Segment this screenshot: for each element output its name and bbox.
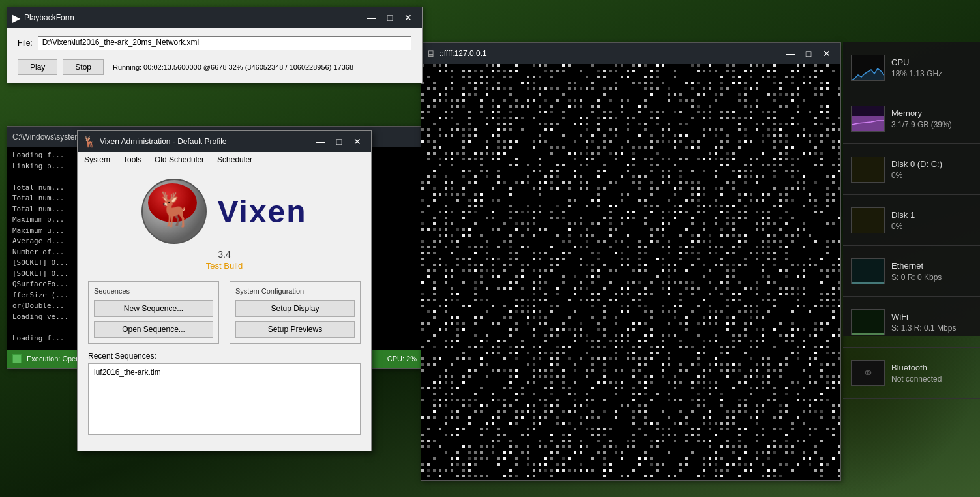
ffff-led-body bbox=[421, 64, 840, 480]
vixen-close-button[interactable]: ✕ bbox=[349, 134, 366, 149]
ffff-window: 🖥 ::ffff:127.0.0.1 — □ ✕ bbox=[421, 42, 841, 481]
cpu-chart bbox=[851, 55, 885, 81]
logo-deer-icon: 🦌 bbox=[155, 193, 195, 226]
ffff-close-button[interactable]: ✕ bbox=[818, 46, 835, 61]
wifi-chart-svg bbox=[852, 310, 885, 335]
status-indicator-icon bbox=[12, 354, 22, 363]
svg-rect-7 bbox=[852, 282, 885, 284]
bluetooth-icon: ⚭ bbox=[863, 365, 874, 381]
ffff-window-controls: — □ ✕ bbox=[782, 46, 835, 61]
cpu-perf-info: CPU 18% 1.13 GHz bbox=[891, 57, 972, 78]
playback-titlebar[interactable]: ▶ PlaybackForm — □ ✕ bbox=[7, 7, 422, 28]
recent-sequences-list: luf2016_the-ark.tim bbox=[88, 363, 361, 435]
bluetooth-perf-info: Bluetooth Not connected bbox=[891, 363, 972, 384]
memory-value: 3.1/7.9 GB (39%) bbox=[891, 120, 972, 129]
stop-button[interactable]: Stop bbox=[63, 59, 104, 75]
ethernet-value: S: 0 R: 0 Kbps bbox=[891, 273, 972, 282]
menu-old-scheduler[interactable]: Old Scheduler bbox=[148, 153, 211, 166]
vixen-body: 🦌 Vixen 3.4 Test Build Sequences New Seq… bbox=[78, 168, 371, 451]
ethernet-chart-svg bbox=[852, 259, 885, 284]
console-cpu-label: CPU: 2% bbox=[387, 355, 417, 363]
ffff-title-icon: 🖥 bbox=[426, 48, 436, 59]
playback-maximize-button[interactable]: □ bbox=[381, 10, 398, 25]
wifi-value: S: 1.3 R: 0.1 Mbps bbox=[891, 324, 972, 333]
svg-rect-9 bbox=[852, 333, 885, 335]
svg-rect-2 bbox=[852, 157, 885, 183]
vixen-minimize-button[interactable]: — bbox=[312, 134, 329, 149]
playback-window-controls: — □ ✕ bbox=[363, 10, 417, 25]
playback-body: File: D:\Vixen\luf2016_the-ark_20ms_Netw… bbox=[7, 28, 422, 83]
bluetooth-name: Bluetooth bbox=[891, 363, 972, 372]
ffff-minimize-button[interactable]: — bbox=[782, 46, 799, 61]
playback-window: ▶ PlaybackForm — □ ✕ File: D:\Vixen\luf2… bbox=[7, 7, 423, 83]
playback-status-text: Running: 00:02:13.5600000 @6678 32% (346… bbox=[113, 63, 353, 71]
vixen-version-text: 3.4 bbox=[218, 249, 230, 260]
disk1-perf-info: Disk 1 0% bbox=[891, 210, 972, 231]
system-config-title: System Configuration bbox=[235, 287, 355, 295]
setup-previews-button[interactable]: Setup Previews bbox=[235, 321, 355, 338]
ffff-titlebar[interactable]: 🖥 ::ffff:127.0.0.1 — □ ✕ bbox=[421, 43, 840, 64]
playback-minimize-button[interactable]: — bbox=[363, 10, 380, 25]
vixen-brand-text: Vixen bbox=[217, 194, 306, 230]
disk0-value: 0% bbox=[891, 171, 972, 180]
perf-disk0-item[interactable]: Disk 0 (D: C:) 0% bbox=[843, 144, 980, 195]
recent-label: Recent Sequences: bbox=[88, 352, 361, 361]
svg-rect-4 bbox=[852, 208, 885, 233]
play-button[interactable]: Play bbox=[18, 59, 57, 75]
wifi-name: WiFi bbox=[891, 312, 972, 322]
execution-status-label: Execution: Open bbox=[27, 355, 80, 363]
file-label: File: bbox=[18, 38, 33, 48]
svg-rect-3 bbox=[852, 182, 885, 183]
svg-rect-5 bbox=[852, 233, 885, 233]
performance-panel: CPU 18% 1.13 GHz Memory 3.1/7.9 GB (39%)… bbox=[843, 42, 980, 336]
open-sequence-button[interactable]: Open Sequence... bbox=[94, 321, 213, 338]
bluetooth-chart: ⚭ bbox=[851, 360, 885, 386]
disk0-chart-svg bbox=[852, 157, 885, 183]
perf-cpu-item[interactable]: CPU 18% 1.13 GHz bbox=[843, 42, 980, 93]
perf-memory-item[interactable]: Memory 3.1/7.9 GB (39%) bbox=[843, 93, 980, 144]
bluetooth-value: Not connected bbox=[891, 374, 972, 384]
led-display-canvas bbox=[421, 64, 840, 480]
disk1-chart-svg bbox=[852, 208, 885, 233]
vixen-title-icon: 🦌 bbox=[83, 136, 96, 148]
wifi-chart bbox=[851, 309, 885, 335]
file-path-display: D:\Vixen\luf2016_the-ark_20ms_Network.xm… bbox=[38, 36, 411, 50]
svg-rect-6 bbox=[852, 259, 885, 284]
playback-close-button[interactable]: ✕ bbox=[400, 10, 417, 25]
wifi-perf-info: WiFi S: 1.3 R: 0.1 Mbps bbox=[891, 312, 972, 333]
sequences-section: Sequences New Sequence... Open Sequence.… bbox=[88, 281, 219, 344]
perf-bluetooth-item[interactable]: ⚭ Bluetooth Not connected bbox=[843, 348, 980, 399]
ffff-maximize-button[interactable]: □ bbox=[800, 46, 817, 61]
new-sequence-button[interactable]: New Sequence... bbox=[94, 300, 213, 317]
memory-chart-svg bbox=[852, 106, 885, 132]
vixen-logo-area: 🦌 Vixen bbox=[141, 179, 306, 244]
vixen-build-label: Test Build bbox=[206, 261, 243, 271]
vixen-menubar: System Tools Old Scheduler Scheduler bbox=[78, 152, 371, 168]
disk1-value: 0% bbox=[891, 222, 972, 231]
cpu-value: 18% 1.13 GHz bbox=[891, 69, 972, 78]
vixen-maximize-button[interactable]: □ bbox=[331, 134, 348, 149]
disk1-name: Disk 1 bbox=[891, 210, 972, 220]
menu-system[interactable]: System bbox=[78, 153, 117, 166]
ethernet-name: Ethernet bbox=[891, 261, 972, 271]
perf-ethernet-item[interactable]: Ethernet S: 0 R: 0 Kbps bbox=[843, 246, 980, 297]
vixen-window-controls: — □ ✕ bbox=[312, 134, 366, 149]
file-row: File: D:\Vixen\luf2016_the-ark_20ms_Netw… bbox=[18, 36, 411, 50]
recent-sequences-section: Recent Sequences: luf2016_the-ark.tim bbox=[88, 352, 361, 440]
sections-row: Sequences New Sequence... Open Sequence.… bbox=[88, 281, 361, 344]
sequences-section-title: Sequences bbox=[94, 287, 213, 295]
disk0-chart bbox=[851, 157, 885, 183]
setup-display-button[interactable]: Setup Display bbox=[235, 300, 355, 317]
menu-scheduler[interactable]: Scheduler bbox=[211, 153, 259, 166]
memory-name: Memory bbox=[891, 108, 972, 118]
playback-title-icon: ▶ bbox=[12, 12, 20, 24]
svg-rect-8 bbox=[852, 310, 885, 335]
vixen-titlebar[interactable]: 🦌 Vixen Administration - Default Profile… bbox=[78, 131, 371, 152]
disk0-name: Disk 0 (D: C:) bbox=[891, 159, 972, 169]
recent-sequence-item[interactable]: luf2016_the-ark.tim bbox=[91, 367, 357, 378]
menu-tools[interactable]: Tools bbox=[117, 153, 148, 166]
perf-disk1-item[interactable]: Disk 1 0% bbox=[843, 195, 980, 246]
disk1-chart bbox=[851, 207, 885, 233]
perf-wifi-item[interactable]: WiFi S: 1.3 R: 0.1 Mbps bbox=[843, 297, 980, 348]
vixen-admin-window: 🦌 Vixen Administration - Default Profile… bbox=[77, 130, 372, 451]
